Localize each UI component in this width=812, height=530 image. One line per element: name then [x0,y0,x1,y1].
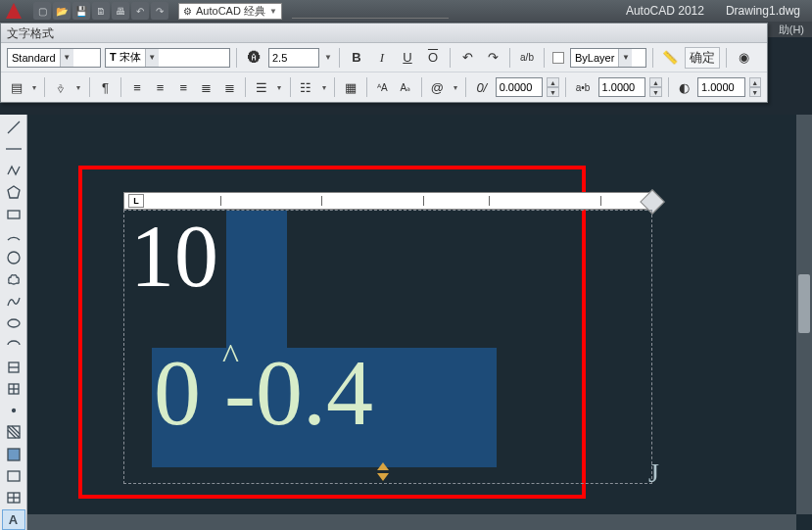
color-swatch [550,47,566,69]
paragraph-button[interactable]: ¶ [96,76,116,98]
vertical-scrollbar[interactable] [796,115,812,514]
annotative-icon[interactable]: 🅐 [243,47,264,69]
undo-icon[interactable]: ↶ [131,2,149,20]
svg-rect-17 [8,471,20,481]
oblique-spinner[interactable]: ▲▼ [749,77,761,97]
redo-button[interactable]: ↷ [482,47,503,69]
chevron-down-icon[interactable]: ▾ [74,83,83,92]
symbol-button[interactable]: @ [428,76,448,98]
align-right-button[interactable]: ≡ [173,76,193,98]
stack-button[interactable]: a/b [516,47,538,69]
italic-button[interactable]: I [371,47,393,69]
title-bar: ▢ 📂 💾 🗎 🖶 ↶ ↷ ⚙ AutoCAD 经典 ▼ AutoCAD 201… [0,0,812,22]
bold-button[interactable]: B [346,47,367,69]
print-icon[interactable]: 🖶 [112,2,129,20]
polyline-tool[interactable] [2,161,25,181]
svg-line-15 [12,426,20,434]
saveas-icon[interactable]: 🗎 [92,2,110,20]
overline-button[interactable]: O [422,47,444,69]
align-left-button[interactable]: ≡ [127,76,147,98]
open-icon[interactable]: 📂 [53,2,71,20]
ellipse-arc-tool[interactable] [2,335,25,356]
chevron-down-icon[interactable]: ▼ [323,53,333,62]
columns-button[interactable]: ▤ [7,76,26,98]
region-tool[interactable] [2,465,25,486]
undo-button[interactable]: ↶ [456,47,478,69]
tracking-spinner[interactable]: ▲▼ [547,77,558,97]
width-spinner[interactable]: ▲▼ [649,77,661,97]
svg-rect-3 [8,211,20,218]
document-name: Drawing1.dwg [726,4,800,18]
new-icon[interactable]: ▢ [33,2,51,20]
lowercase-button[interactable]: Aₐ [396,76,415,98]
menu-help[interactable]: 助(H) [779,23,804,37]
chevron-down-icon[interactable]: ▾ [319,83,328,92]
mtext-height-grip-icon[interactable] [377,462,391,486]
draw-toolbar: A [0,115,27,530]
chevron-down-icon[interactable]: ▾ [451,83,459,92]
chevron-down-icon: ▼ [618,49,632,67]
table-tool[interactable] [2,488,25,508]
scrollbar-thumb[interactable] [798,274,810,333]
gradient-tool[interactable] [2,444,25,464]
color-combo[interactable]: ByLayer ▼ [570,48,646,68]
tracking-input[interactable]: 0.0000 [496,77,544,97]
spline-tool[interactable] [2,291,25,312]
app-name: AutoCAD 2012 [626,4,704,18]
line-spacing-button[interactable]: ☰ [252,76,271,98]
make-block-tool[interactable] [2,378,25,399]
width-factor-input[interactable]: 1.0000 [598,77,646,97]
horizontal-scrollbar[interactable] [27,514,796,530]
text-format-row-2: ▤▾ ⎀▾ ¶ ≡ ≡ ≡ ≣ ≣ ☰▾ ☷▾ ▦ ᴬA Aₐ @▾ 0/ 0.… [1,72,767,102]
chevron-down-icon: ▼ [60,49,73,67]
polygon-tool[interactable] [2,182,25,203]
rectangle-tool[interactable] [2,204,25,224]
workspace-label: AutoCAD 经典 [196,4,265,19]
save-icon[interactable]: 💾 [72,2,90,20]
ellipse-tool[interactable] [2,313,25,333]
redo-icon[interactable]: ↷ [151,2,168,20]
underline-button[interactable]: U [397,47,418,69]
chevron-down-icon: ▼ [269,7,277,16]
mtext-text-area[interactable]: 10 ^ 0 -0.4 J [123,210,652,484]
circle-tool[interactable] [2,248,25,268]
line-tool[interactable] [2,117,25,137]
chevron-down-icon[interactable]: ▾ [275,83,284,92]
oblique-input[interactable]: 1.0000 [697,77,745,97]
arc-tool[interactable] [2,225,25,246]
options-button[interactable]: ◉ [733,47,754,69]
insert-field-button[interactable]: ▦ [341,76,360,98]
svg-line-13 [8,430,16,438]
app-logo-icon[interactable] [6,3,22,19]
text-height-input[interactable]: 2.5 [268,48,319,68]
chevron-down-icon: ▼ [145,49,159,67]
insert-block-tool[interactable] [2,357,25,377]
chevron-down-icon[interactable]: ▾ [30,83,39,92]
search-bar[interactable] [292,4,449,19]
align-center-button[interactable]: ≡ [151,76,170,98]
font-combo[interactable]: T 宋体 ▼ [105,48,230,68]
text-style-combo[interactable]: Standard ▼ [7,48,101,68]
gear-icon: ⚙ [183,6,192,17]
uppercase-button[interactable]: ᴬA [372,76,392,98]
construction-line-tool[interactable] [2,138,25,159]
oblique-angle-icon: ◐ [674,76,693,98]
text-format-panel: 文字格式 Standard ▼ T 宋体 ▼ 🅐 2.5 ▼ B I U O ↶… [0,23,768,103]
numbering-button[interactable]: ☷ [297,76,316,98]
drawing-canvas[interactable]: L 10 ^ 0 -0.4 J [27,115,812,530]
mtext-tool[interactable]: A [2,509,25,530]
justify-button[interactable]: ⎀ [51,76,71,98]
hatch-tool[interactable] [2,422,25,443]
revision-cloud-tool[interactable] [2,269,25,290]
font-family-value: T 宋体 [106,50,145,65]
workspace-dropdown[interactable]: ⚙ AutoCAD 经典 ▼ [178,3,282,20]
mtext-editor[interactable]: L 10 ^ 0 -0.4 J [123,192,652,484]
text-style-value: Standard [8,52,60,64]
align-justify-button[interactable]: ≣ [197,76,216,98]
ruler-icon[interactable]: 📏 [659,47,681,69]
point-tool[interactable] [2,400,25,420]
align-distribute-button[interactable]: ≣ [220,76,240,98]
mtext-line-1: 10 [130,213,218,301]
tab-type-indicator[interactable]: L [128,194,144,208]
ok-button[interactable]: 确定 [685,47,720,69]
